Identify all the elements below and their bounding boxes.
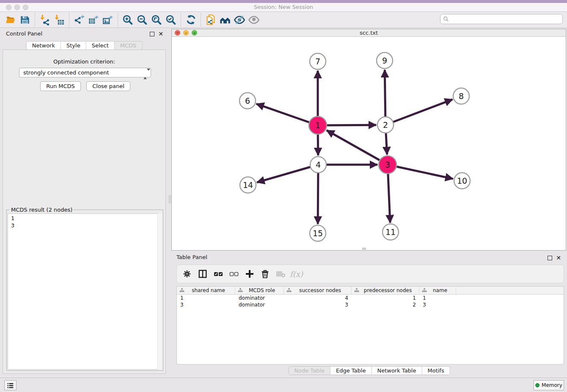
graph-node-14[interactable]: 14 bbox=[240, 177, 256, 193]
table-row[interactable]: 1dominator411 bbox=[177, 295, 564, 301]
tab-network-table[interactable]: Network Table bbox=[372, 366, 422, 375]
edge-4-14[interactable] bbox=[257, 165, 318, 182]
panel-splitter-handle[interactable] bbox=[169, 196, 171, 203]
desktop-background-strip bbox=[0, 0, 567, 3]
hide-selected-icon[interactable] bbox=[232, 14, 247, 26]
table-panel-tabbar: Node TableEdge TableNetwork TableMotifs bbox=[288, 366, 450, 375]
delete-table-icon[interactable] bbox=[274, 268, 287, 280]
table-cell[interactable]: 1 bbox=[352, 295, 419, 301]
close-panel-button[interactable]: Close panel bbox=[86, 81, 130, 91]
table-cell[interactable]: 2 bbox=[352, 301, 419, 308]
delete-column-icon[interactable] bbox=[259, 268, 272, 280]
column-header-shared-name[interactable]: shared name bbox=[177, 287, 235, 294]
graph-node-8[interactable]: 8 bbox=[453, 88, 469, 104]
network-from-selection-icon[interactable] bbox=[204, 14, 218, 26]
graph-node-7[interactable]: 7 bbox=[310, 53, 326, 69]
tab-network[interactable]: Network bbox=[26, 41, 61, 50]
network-window-titlebar[interactable]: scc.txt ✕−+ bbox=[172, 29, 566, 37]
close-panel-icon[interactable]: ✕ bbox=[158, 30, 163, 37]
graph-node-15[interactable]: 15 bbox=[310, 225, 326, 241]
mcds-result-groupbox: MCDS result (2 nodes) 1 3 bbox=[6, 210, 163, 371]
task-history-button[interactable] bbox=[4, 380, 17, 390]
graph-node-3[interactable]: 3 bbox=[379, 156, 396, 174]
tab-select[interactable]: Select bbox=[86, 41, 115, 50]
column-header-successor-nodes[interactable]: successor nodes bbox=[284, 287, 352, 294]
column-header-name[interactable]: name bbox=[419, 287, 456, 294]
table-row[interactable]: 3dominator323 bbox=[177, 301, 564, 308]
table-options-icon[interactable] bbox=[180, 268, 193, 280]
open-session-icon[interactable] bbox=[3, 14, 18, 26]
network-window-minimize-button[interactable]: − bbox=[183, 30, 189, 36]
network-window-close-button[interactable]: ✕ bbox=[175, 30, 180, 36]
import-table-icon[interactable] bbox=[52, 14, 66, 26]
network-graph-canvas[interactable]: 7968124314101511 bbox=[172, 37, 566, 250]
memory-status-icon bbox=[535, 383, 539, 387]
run-mcds-button[interactable]: Run MCDS bbox=[40, 81, 81, 91]
titlebar-close-button[interactable] bbox=[6, 5, 11, 10]
graph-node-2[interactable]: 2 bbox=[377, 117, 394, 133]
mcds-result-textarea[interactable]: 1 3 bbox=[8, 213, 162, 370]
edge-3-1[interactable] bbox=[327, 130, 388, 165]
horizontal-scrollbar-handle[interactable] bbox=[362, 248, 366, 250]
edge-2-8[interactable] bbox=[385, 99, 452, 125]
table-cell[interactable]: dominator bbox=[235, 295, 284, 301]
export-image-icon[interactable] bbox=[101, 14, 115, 26]
tab-edge-table[interactable]: Edge Table bbox=[330, 366, 372, 375]
table-toolbar: f(x) bbox=[176, 265, 564, 283]
graph-node-1[interactable]: 1 bbox=[309, 116, 327, 134]
zoom-in-icon[interactable] bbox=[121, 14, 135, 26]
column-header-MCDS-role[interactable]: MCDS role bbox=[235, 287, 284, 294]
graph-node-11[interactable]: 11 bbox=[383, 224, 399, 240]
svg-text:7: 7 bbox=[315, 57, 320, 66]
tab-motifs[interactable]: Motifs bbox=[422, 366, 450, 375]
deselect-all-icon[interactable] bbox=[227, 268, 240, 280]
tab-style[interactable]: Style bbox=[61, 41, 86, 50]
criterion-dropdown[interactable]: strongly connected component bbox=[19, 68, 151, 77]
first-neighbors-icon[interactable] bbox=[218, 14, 232, 26]
zoom-selected-icon[interactable] bbox=[164, 14, 178, 26]
float-table-panel-icon[interactable] bbox=[548, 256, 552, 260]
table-cell[interactable]: 3 bbox=[177, 301, 235, 308]
table-cell[interactable]: 3 bbox=[419, 301, 456, 308]
network-window-zoom-button[interactable]: + bbox=[192, 30, 197, 36]
mcds-result-scrollbar[interactable] bbox=[157, 213, 162, 370]
table-cell[interactable]: dominator bbox=[235, 301, 284, 308]
table-cell[interactable]: 1 bbox=[177, 295, 235, 301]
select-all-icon[interactable] bbox=[212, 268, 225, 280]
graph-node-9[interactable]: 9 bbox=[377, 52, 393, 69]
titlebar-minimize-button[interactable] bbox=[14, 5, 20, 10]
edge-3-10[interactable] bbox=[388, 165, 453, 179]
tab-mcds[interactable]: MCDS bbox=[115, 41, 143, 50]
zoom-fit-icon[interactable] bbox=[149, 14, 164, 26]
export-network-icon[interactable] bbox=[72, 14, 86, 26]
close-table-panel-icon[interactable]: ✕ bbox=[556, 254, 561, 261]
show-all-icon[interactable] bbox=[247, 14, 261, 26]
show-column-filter-icon[interactable] bbox=[196, 268, 209, 280]
table-cell[interactable]: 3 bbox=[284, 301, 352, 308]
svg-text:2: 2 bbox=[383, 120, 388, 130]
save-session-icon[interactable] bbox=[18, 14, 32, 26]
search-input[interactable] bbox=[449, 15, 562, 23]
memory-button[interactable]: Memory bbox=[534, 380, 564, 390]
add-column-icon[interactable] bbox=[243, 268, 256, 280]
apply-layout-icon[interactable] bbox=[184, 14, 198, 26]
edge-4-15[interactable] bbox=[318, 165, 318, 224]
toolbar-separator bbox=[201, 13, 201, 27]
search-box[interactable] bbox=[440, 14, 563, 24]
titlebar-zoom-button[interactable] bbox=[23, 5, 28, 10]
graph-node-6[interactable]: 6 bbox=[239, 93, 256, 109]
table-cell[interactable]: 4 bbox=[284, 295, 352, 301]
node-table[interactable]: shared nameMCDS rolesuccessor nodesprede… bbox=[176, 286, 564, 364]
tab-node-table[interactable]: Node Table bbox=[288, 366, 330, 375]
tree-icon bbox=[354, 288, 359, 293]
column-header-predecessor-nodes[interactable]: predecessor nodes bbox=[352, 287, 419, 294]
graph-node-4[interactable]: 4 bbox=[310, 157, 326, 173]
float-panel-icon[interactable] bbox=[150, 32, 154, 36]
zoom-out-icon[interactable] bbox=[135, 14, 149, 26]
function-builder-icon[interactable]: f(x) bbox=[290, 268, 303, 280]
graph-node-10[interactable]: 10 bbox=[454, 173, 470, 189]
import-network-icon[interactable] bbox=[38, 14, 52, 26]
export-table-icon[interactable] bbox=[86, 14, 101, 26]
edge-1-6[interactable] bbox=[256, 104, 318, 125]
table-cell[interactable]: 1 bbox=[419, 295, 456, 301]
